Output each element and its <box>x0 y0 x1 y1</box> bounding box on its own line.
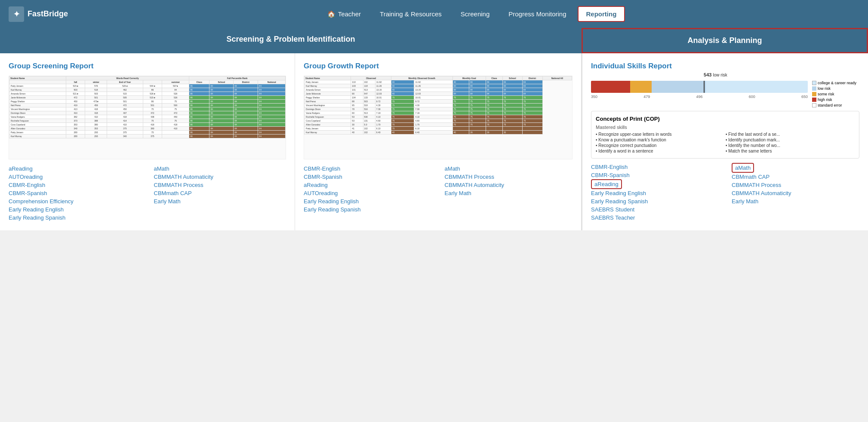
growth-link-areading[interactable]: aReading <box>304 181 431 189</box>
nav-screening[interactable]: Screening <box>453 7 498 21</box>
sections-header-row: Screening & Problem Identification Analy… <box>0 28 868 53</box>
screening-link-areading[interactable]: aReading <box>9 165 141 173</box>
skills-link-early-math[interactable]: Early Math <box>732 197 859 205</box>
nav-links: 🏠 Teacher Training & Resources Screening… <box>85 6 859 22</box>
screening-link-early-reading-english[interactable]: Early Reading English <box>9 205 141 214</box>
cop-skill-4: Identify a word in a sentence <box>596 148 725 154</box>
gauge-college-ready <box>706 81 808 93</box>
growth-links-grid: CBMR-English CBMR-Spanish aReading AUTOr… <box>304 165 573 214</box>
gauge-legend: college & career ready low risk some ris… <box>812 81 859 107</box>
skills-link-early-reading-spanish[interactable]: Early Reading Spanish <box>591 197 719 205</box>
legend-box-high <box>812 98 816 102</box>
screening-link-comp-eff[interactable]: Comprehension Efficiency <box>9 197 141 205</box>
screening-link-cbmmath-auto[interactable]: CBMMATH Automaticity <box>154 173 286 181</box>
nav-home-label: Teacher <box>338 10 361 18</box>
growth-link-autoreading[interactable]: AUTOreading <box>304 189 431 197</box>
screening-links-grid: aReading AUTOreading CBMR-English CBMR-S… <box>9 165 286 222</box>
navbar: ✦ FastBridge 🏠 Teacher Training & Resour… <box>0 0 868 28</box>
gauge-indicator <box>704 81 705 93</box>
legend-some: some risk <box>812 92 859 96</box>
legend-college: college & career ready <box>812 81 859 85</box>
gauge-value: 543 low risk <box>704 72 727 77</box>
legend-high: high risk <box>812 98 859 102</box>
cop-skill-6: Identify punctuation mark... <box>726 137 855 143</box>
legend-box-error <box>812 103 816 107</box>
cop-title: Concepts of Print (COP) <box>596 116 855 122</box>
group-screening-title: Group Screening Report <box>9 62 286 70</box>
skills-link-amath-outlined[interactable]: aMath <box>732 163 754 173</box>
analysis-section-header: Analysis & Planning <box>582 28 868 53</box>
brand-name: FastBridge <box>28 9 68 18</box>
cop-skill-5: Find the last word of a se... <box>726 131 855 137</box>
screening-section-header: Screening & Problem Identification <box>0 28 582 53</box>
screening-link-amath[interactable]: aMath <box>154 165 286 173</box>
legend-standard-error: standard error <box>812 103 859 107</box>
individual-skills-card: Individual Skills Report 543 low risk <box>582 53 868 230</box>
growth-link-amath[interactable]: aMath <box>445 165 573 173</box>
growth-link-early-reading-english[interactable]: Early Reading English <box>304 197 431 205</box>
cop-skills-col1: Recognize upper-case letters in words Kn… <box>596 131 725 154</box>
growth-link-cbmmath-auto[interactable]: CBMMATH Automaticity <box>445 181 573 189</box>
skills-link-early-reading-english[interactable]: Early Reading English <box>591 189 719 197</box>
nav-home[interactable]: 🏠 Teacher <box>320 7 369 21</box>
screening-link-autoreading[interactable]: AUTOreading <box>9 173 141 181</box>
growth-link-cbmr-english[interactable]: CBMR-English <box>304 165 431 173</box>
gauge-low-risk <box>652 81 706 93</box>
cop-skill-2: Know a punctuation mark's function <box>596 137 725 143</box>
nav-progress[interactable]: Progress Monitoring <box>501 7 574 21</box>
cop-skill-8: Match the same letters <box>726 148 855 154</box>
cop-skills: Recognize upper-case letters in words Kn… <box>596 131 855 154</box>
individual-skills-title: Individual Skills Report <box>591 62 859 70</box>
skills-link-cbmmath-auto[interactable]: CBMMATH Automaticity <box>732 189 859 197</box>
legend-box-some <box>812 92 816 96</box>
skills-links-grid: CBMR-English CBMR-Spanish aReading Early… <box>591 163 859 222</box>
cop-skills-col2: Find the last word of a se... Identify p… <box>726 131 855 154</box>
skills-links-col2: aMath CBMmath CAP CBMMATH Process CBMMAT… <box>732 163 859 222</box>
legend-box-low <box>812 86 816 91</box>
growth-link-cbmmath-process[interactable]: CBMMATH Process <box>445 173 573 181</box>
gauge-numbers: 350 479 496 600 650 <box>591 95 808 99</box>
growth-link-early-math[interactable]: Early Math <box>445 189 573 197</box>
cop-subtitle: Mastered skills <box>596 125 855 130</box>
skills-link-saebrs-student[interactable]: SAEBRS Student <box>591 205 719 214</box>
brand-icon: ✦ <box>9 6 24 22</box>
brand: ✦ FastBridge <box>9 6 68 22</box>
gauge-bar <box>591 81 808 93</box>
screening-links-col1: aReading AUTOreading CBMR-English CBMR-S… <box>9 165 141 222</box>
skills-link-areading-outlined[interactable]: aReading <box>591 179 622 189</box>
group-growth-title: Group Growth Report <box>304 62 573 70</box>
skills-link-cbmr-spanish[interactable]: CBMR-Spanish <box>591 171 719 179</box>
growth-link-early-reading-spanish[interactable]: Early Reading Spanish <box>304 205 431 214</box>
group-growth-card: Group Growth Report Student Name Observe… <box>295 53 582 230</box>
skills-link-cbmr-english[interactable]: CBMR-English <box>591 163 719 171</box>
cop-section: Concepts of Print (COP) Mastered skills … <box>591 111 859 159</box>
gauge-high-risk <box>591 81 630 93</box>
growth-link-cbmr-spanish[interactable]: CBMR-Spanish <box>304 173 431 181</box>
cards-row: Group Screening Report Student Name Word… <box>0 53 868 230</box>
group-screening-card: Group Screening Report Student Name Word… <box>0 53 295 230</box>
home-icon: 🏠 <box>327 10 336 18</box>
cop-skill-7: Identify the number of wo... <box>726 143 855 148</box>
screening-link-early-reading-spanish[interactable]: Early Reading Spanish <box>9 214 141 222</box>
cop-skill-1: Recognize upper-case letters in words <box>596 131 725 137</box>
cop-skill-3: Recognize correct punctuation <box>596 143 725 148</box>
legend-low: low risk <box>812 86 859 91</box>
skills-link-cbmmath-cap[interactable]: CBMmath CAP <box>732 173 859 181</box>
gauge-some-risk <box>630 81 652 93</box>
gauge-label: low risk <box>713 73 727 77</box>
screening-link-cbmr-spanish[interactable]: CBMR-Spanish <box>9 189 141 197</box>
gauge-wrapper: 543 low risk 350 479 496 600 65 <box>591 81 859 107</box>
screening-link-cbmr-english[interactable]: CBMR-English <box>9 181 141 189</box>
skills-links-col1: CBMR-English CBMR-Spanish aReading Early… <box>591 163 719 222</box>
growth-links-col1: CBMR-English CBMR-Spanish aReading AUTOr… <box>304 165 431 214</box>
screening-link-early-math[interactable]: Early Math <box>154 197 286 205</box>
screening-links-col2: aMath CBMMATH Automaticity CBMMATH Proce… <box>154 165 286 222</box>
growth-links-col2: aMath CBMMATH Process CBMMATH Automatici… <box>445 165 573 214</box>
nav-training[interactable]: Training & Resources <box>372 7 449 21</box>
skills-link-saebrs-teacher[interactable]: SAEBRS Teacher <box>591 214 719 222</box>
legend-box-college <box>812 81 816 85</box>
screening-link-cbmmath-cap[interactable]: CBMmath CAP <box>154 189 286 197</box>
screening-link-cbmmath-process[interactable]: CBMMATH Process <box>154 181 286 189</box>
skills-link-cbmmath-process[interactable]: CBMMATH Process <box>732 181 859 189</box>
nav-reporting[interactable]: Reporting <box>578 6 625 22</box>
